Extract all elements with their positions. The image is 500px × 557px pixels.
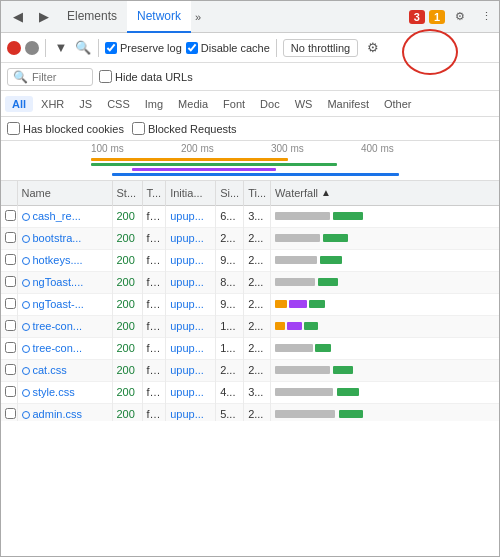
row-waterfall-cell: [271, 271, 500, 293]
forward-button[interactable]: ▶: [32, 5, 56, 29]
table-row[interactable]: tree-con...200fe...upup...1...2...: [1, 337, 500, 359]
more-menu-button[interactable]: ⋮: [475, 6, 497, 28]
row-name-cell[interactable]: tree-con...: [17, 315, 112, 337]
th-size[interactable]: Si...: [216, 181, 244, 205]
type-xhr[interactable]: XHR: [34, 96, 71, 112]
row-checkbox-cell[interactable]: [1, 293, 17, 315]
blocked-requests-label[interactable]: Blocked Requests: [132, 122, 237, 135]
row-checkbox-cell[interactable]: [1, 381, 17, 403]
type-doc[interactable]: Doc: [253, 96, 287, 112]
row-name-cell[interactable]: tree-con...: [17, 337, 112, 359]
row-time-cell: 2...: [244, 403, 271, 421]
th-type[interactable]: T...: [142, 181, 166, 205]
table-row[interactable]: admin.css200fe...upup...5...2...: [1, 403, 500, 421]
table-row[interactable]: ngToast-...200fe...upup...9...2...: [1, 293, 500, 315]
table-row[interactable]: style.css200fe...upup...4...3...: [1, 381, 500, 403]
row-checkbox-cell[interactable]: [1, 403, 17, 421]
network-table-scroll[interactable]: Name St... T... Initia... Si... Ti... Wa…: [1, 181, 500, 421]
type-ws[interactable]: WS: [288, 96, 320, 112]
table-row[interactable]: hotkeys....200fe...upup...9...2...: [1, 249, 500, 271]
row-checkbox-cell[interactable]: [1, 337, 17, 359]
tab-elements[interactable]: Elements: [57, 1, 127, 33]
row-init-cell: upup...: [166, 227, 216, 249]
preserve-log-checkbox[interactable]: [105, 42, 117, 54]
search-icon[interactable]: 🔍: [74, 39, 92, 57]
type-media[interactable]: Media: [171, 96, 215, 112]
th-waterfall[interactable]: Waterfall ▲: [271, 181, 500, 205]
filter-icon[interactable]: ▼: [52, 39, 70, 57]
tab-more[interactable]: »: [191, 11, 205, 23]
row-checkbox-cell[interactable]: [1, 205, 17, 227]
hide-urls-label[interactable]: Hide data URLs: [99, 70, 193, 83]
table-row[interactable]: tree-con...200fe...upup...1...2...: [1, 315, 500, 337]
row-checkbox-cell[interactable]: [1, 227, 17, 249]
table-row[interactable]: ngToast....200fe...upup...8...2...: [1, 271, 500, 293]
row-init-cell: upup...: [166, 271, 216, 293]
type-css[interactable]: CSS: [100, 96, 137, 112]
settings-button[interactable]: ⚙: [449, 6, 471, 28]
disable-cache-label[interactable]: Disable cache: [186, 42, 270, 54]
row-size-cell: 9...: [216, 293, 244, 315]
waterfall-bar-container: [275, 209, 497, 223]
row-name-cell[interactable]: ngToast....: [17, 271, 112, 293]
type-manifest[interactable]: Manifest: [320, 96, 376, 112]
filter-input-wrap: 🔍: [7, 68, 93, 86]
blocked-cookies-checkbox[interactable]: [7, 122, 20, 135]
row-size-cell: 5...: [216, 403, 244, 421]
th-time[interactable]: Ti...: [244, 181, 271, 205]
timeline-ticks: 100 ms 200 ms 300 ms 400 ms: [1, 141, 500, 154]
network-settings-button[interactable]: ⚙: [362, 37, 384, 59]
th-name[interactable]: Name: [17, 181, 112, 205]
waterfall-bar-container: [275, 231, 497, 245]
filter-input[interactable]: [32, 71, 87, 83]
type-other[interactable]: Other: [377, 96, 419, 112]
row-name-cell[interactable]: style.css: [17, 381, 112, 403]
tick-200ms: 200 ms: [181, 143, 271, 154]
type-js[interactable]: JS: [72, 96, 99, 112]
row-type-cell: fe...: [142, 227, 166, 249]
stop-button[interactable]: [25, 41, 39, 55]
row-waterfall-cell: [271, 381, 500, 403]
th-status[interactable]: St...: [112, 181, 142, 205]
row-checkbox-cell[interactable]: [1, 271, 17, 293]
waterfall-segment: [275, 212, 330, 220]
row-name-cell[interactable]: cat.css: [17, 359, 112, 381]
blocked-requests-checkbox[interactable]: [132, 122, 145, 135]
table-row[interactable]: cat.css200fe...upup...2...2...: [1, 359, 500, 381]
waterfall-bar-container: [275, 341, 497, 355]
row-name-cell[interactable]: bootstra...: [17, 227, 112, 249]
th-initiator[interactable]: Initia...: [166, 181, 216, 205]
row-size-cell: 1...: [216, 315, 244, 337]
back-button[interactable]: ◀: [6, 5, 30, 29]
hide-urls-checkbox[interactable]: [99, 70, 112, 83]
row-name-cell[interactable]: cash_re...: [17, 205, 112, 227]
blocked-cookies-label[interactable]: Has blocked cookies: [7, 122, 124, 135]
sort-arrow-icon: ▲: [321, 187, 331, 198]
resource-type-icon: [22, 345, 30, 353]
row-init-cell: upup...: [166, 249, 216, 271]
row-waterfall-cell: [271, 205, 500, 227]
throttle-button[interactable]: No throttling: [283, 39, 358, 57]
row-checkbox-cell[interactable]: [1, 249, 17, 271]
row-name-cell[interactable]: admin.css: [17, 403, 112, 421]
row-name-cell[interactable]: hotkeys....: [17, 249, 112, 271]
type-font[interactable]: Font: [216, 96, 252, 112]
record-button[interactable]: [7, 41, 21, 55]
table-row[interactable]: cash_re...200fe...upup...6...3...: [1, 205, 500, 227]
row-name-cell[interactable]: ngToast-...: [17, 293, 112, 315]
row-checkbox-cell[interactable]: [1, 315, 17, 337]
type-img[interactable]: Img: [138, 96, 170, 112]
waterfall-segment: [287, 322, 302, 330]
row-type-cell: fe...: [142, 315, 166, 337]
type-all[interactable]: All: [5, 96, 33, 112]
row-checkbox-cell[interactable]: [1, 359, 17, 381]
row-time-cell: 2...: [244, 227, 271, 249]
preserve-log-label[interactable]: Preserve log: [105, 42, 182, 54]
separator-2: [98, 39, 99, 57]
tab-network[interactable]: Network: [127, 1, 191, 33]
disable-cache-checkbox[interactable]: [186, 42, 198, 54]
table-row[interactable]: bootstra...200fe...upup...2...2...: [1, 227, 500, 249]
waterfall-segment: [275, 388, 333, 396]
th-checkbox[interactable]: [1, 181, 17, 205]
timeline-lines: [91, 156, 500, 176]
